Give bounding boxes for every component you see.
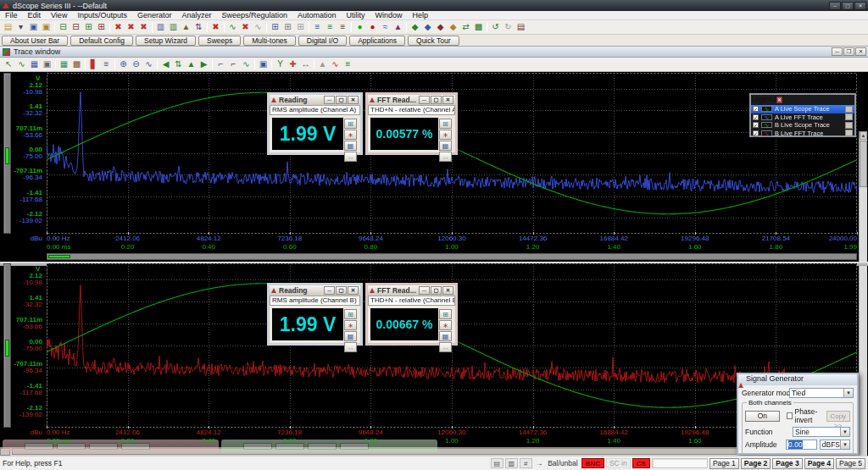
function-select[interactable]: Sine ▼: [793, 427, 850, 437]
scope-wave-icon[interactable]: ∿: [226, 21, 239, 33]
digital-i-o-button[interactable]: Digital I/O: [298, 36, 347, 46]
config-out-b-icon[interactable]: ⊟: [70, 21, 82, 33]
settings-button[interactable]: ∗: [439, 320, 452, 330]
close-button[interactable]: ✕: [854, 2, 866, 10]
zoom-x-out-icon[interactable]: ⊖: [130, 58, 142, 70]
menu-inputs-outputs[interactable]: Inputs/Outputs: [72, 11, 132, 20]
maximize-button[interactable]: ▢: [336, 286, 347, 295]
legend-item-2[interactable]: ✓∿B Live Scope Trace: [751, 121, 854, 130]
menu-file[interactable]: File: [0, 11, 23, 20]
multitone-icon[interactable]: ⇄: [459, 21, 472, 33]
shift-up-icon[interactable]: ▲: [316, 58, 329, 70]
window-grid-icon[interactable]: ▣: [257, 58, 270, 70]
menu-utility[interactable]: Utility: [342, 11, 370, 20]
trace-close-button[interactable]: ✕: [855, 47, 866, 56]
trace-wave-icon[interactable]: ∿: [15, 58, 28, 70]
cursor-b-icon[interactable]: ⌐: [227, 58, 240, 70]
display-mode-button[interactable]: ⊞: [344, 119, 357, 129]
settings-button[interactable]: ∗: [439, 130, 452, 140]
graph-button[interactable]: ▦: [439, 141, 452, 151]
display-mode-button[interactable]: ⊞: [439, 309, 452, 319]
page-button-4[interactable]: Page 4: [804, 458, 834, 469]
legend-checkbox[interactable]: ✓: [753, 106, 759, 112]
delete-config-2-icon[interactable]: ✖: [125, 21, 137, 33]
window-titlebar[interactable]: dScope Series III - --Default ─ ▢ ✕: [0, 0, 868, 11]
minimize-button[interactable]: ─: [419, 286, 430, 295]
config-in-a-icon[interactable]: ⊞: [82, 21, 95, 33]
trace-window-titlebar[interactable]: Trace window ─ ❐ ✕: [0, 47, 868, 58]
menu-automation[interactable]: Automation: [292, 11, 342, 20]
chevron-down-icon[interactable]: ▼: [840, 440, 849, 449]
copy-trace-icon[interactable]: [845, 122, 853, 129]
menu-generator[interactable]: Generator: [132, 11, 177, 20]
image-save-icon[interactable]: ▦: [28, 58, 41, 70]
graph-horizontal-scrollbar[interactable]: [47, 253, 857, 260]
sweep-3-icon[interactable]: ◆: [434, 21, 447, 33]
table-icon[interactable]: ≡: [100, 58, 113, 70]
maximize-button[interactable]: ▢: [842, 2, 854, 10]
monitor-in-icon[interactable]: ▥: [167, 21, 180, 33]
generator-on-button[interactable]: On: [745, 411, 780, 422]
phase-invert-checkbox[interactable]: [787, 412, 793, 419]
config-in-b-icon[interactable]: ⊞: [95, 21, 108, 33]
close-button[interactable]: ✕: [348, 286, 359, 295]
close-icon[interactable]: ✕: [776, 97, 782, 103]
routing-2-icon[interactable]: ⊞: [281, 21, 294, 33]
close-button[interactable]: ✕: [442, 96, 453, 104]
overlay-red-icon[interactable]: ∿: [329, 58, 342, 70]
settings-button[interactable]: ∗: [344, 130, 357, 140]
stop-icon[interactable]: ●: [366, 21, 379, 33]
close-button[interactable]: ✕: [348, 96, 359, 104]
graph-button[interactable]: ▦: [344, 331, 357, 341]
pan-right-icon[interactable]: ▶: [198, 58, 210, 70]
trace-vertical-scrollbar[interactable]: ▲: [859, 131, 867, 470]
legend-item-0[interactable]: ✓∿A Live Scope Trace: [751, 105, 854, 113]
save-plus-icon[interactable]: ▣: [40, 21, 53, 33]
axes-y-icon[interactable]: Y: [274, 58, 287, 70]
legend-toggle-icon[interactable]: ≡: [342, 58, 354, 70]
vertical-scroll-thumb[interactable]: [860, 141, 867, 187]
marker-icon[interactable]: ✚: [287, 58, 299, 70]
maximize-button[interactable]: ▢: [431, 96, 442, 104]
resize-button[interactable]: ↔: [439, 342, 452, 352]
compare-icon[interactable]: ▩: [70, 58, 83, 70]
start-icon[interactable]: ●: [353, 21, 366, 33]
config-out-a-icon[interactable]: ⊟: [57, 21, 70, 33]
scroll-up-arrow[interactable]: ▲: [860, 131, 867, 140]
legend-item-1[interactable]: ✓∿A Live FFT Trace: [751, 113, 854, 122]
redo-icon[interactable]: ↻: [502, 21, 515, 33]
minimize-button[interactable]: ─: [419, 96, 430, 104]
bar-graph-icon[interactable]: ▋: [87, 58, 100, 70]
zoom-x-in-icon[interactable]: ⊕: [117, 58, 130, 70]
channels-3-icon[interactable]: ≡: [337, 21, 349, 33]
settings-button[interactable]: ∗: [344, 320, 357, 330]
quick-tour-button[interactable]: Quick Tour: [408, 36, 459, 46]
sweeps-button[interactable]: Sweeps: [198, 36, 241, 46]
legend-item-3[interactable]: ✓∿B Live FFT Trace: [751, 130, 854, 138]
monitor-up-icon[interactable]: ▲: [180, 21, 192, 33]
resize-button[interactable]: ↔: [439, 152, 452, 162]
dropdown-icon[interactable]: ▾: [14, 21, 27, 33]
page-button-2[interactable]: Page 2: [741, 458, 771, 469]
channels-1-icon[interactable]: ≡: [311, 21, 324, 33]
pan-left-icon[interactable]: ◀: [159, 58, 172, 70]
signal-generator-titlebar[interactable]: Signal Generator: [738, 374, 857, 385]
fft-reading-a-titlebar[interactable]: FFT Read...─▢✕: [368, 95, 455, 106]
minimize-button[interactable]: ─: [829, 2, 841, 10]
maximize-button[interactable]: ▢: [431, 286, 442, 295]
digital-io-icon[interactable]: ▩: [472, 21, 485, 33]
minimize-button[interactable]: ─: [324, 96, 335, 104]
window-list-icon[interactable]: ▥: [505, 458, 518, 468]
menu-help[interactable]: Help: [408, 11, 434, 20]
routing-1-icon[interactable]: ⊞: [269, 21, 281, 33]
about-user-bar-button[interactable]: About User Bar: [2, 36, 68, 46]
applications-button[interactable]: Applications: [349, 36, 405, 46]
overlay-trace-icon[interactable]: ∿: [240, 58, 253, 70]
display-mode-button[interactable]: ⊞: [439, 119, 452, 129]
setup-wizard-button[interactable]: Setup Wizard: [136, 36, 196, 46]
menu-analyzer[interactable]: Analyzer: [176, 11, 216, 20]
save-icon[interactable]: ▣: [27, 21, 40, 33]
sweep-4-icon[interactable]: ◆: [447, 21, 459, 33]
cursor-a-icon[interactable]: ⌐: [214, 58, 227, 70]
close-button[interactable]: ✕: [442, 286, 453, 295]
